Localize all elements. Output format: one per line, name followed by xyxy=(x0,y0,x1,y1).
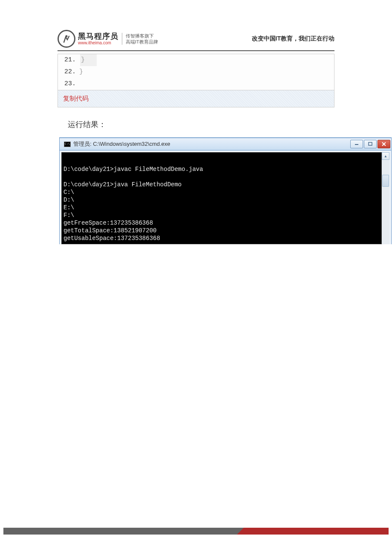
line-content: } xyxy=(80,54,97,66)
line-number: 23. xyxy=(58,78,79,90)
cmd-title: 管理员: C:\Windows\system32\cmd.exe xyxy=(73,140,170,148)
line-number: 21. xyxy=(58,54,79,66)
svg-point-0 xyxy=(66,35,68,38)
logo-main-text: 黑马程序员 xyxy=(78,32,118,41)
footer-bar xyxy=(3,528,389,535)
logo-slogan: 传智播客旗下 高端IT教育品牌 xyxy=(126,33,158,45)
line-number: 22. xyxy=(58,66,79,78)
scrollbar[interactable]: ▲ xyxy=(382,152,389,244)
header-tagline: 改变中国IT教育，我们正在行动 xyxy=(252,35,334,43)
copy-code-button[interactable]: 复制代码 xyxy=(58,90,334,107)
logo-area: 黑马程序员 www.itheima.com 传智播客旗下 高端IT教育品牌 xyxy=(58,30,158,48)
slogan-line2: 高端IT教育品牌 xyxy=(126,39,158,45)
cmd-output: D:\code\day21>javac FileMethodDemo.java … xyxy=(61,152,382,244)
code-line: 22. } xyxy=(58,66,334,78)
logo-sub-text: www.itheima.com xyxy=(78,40,118,45)
maximize-button[interactable] xyxy=(364,140,377,148)
result-label: 运行结果： xyxy=(68,119,334,130)
cmd-window: C:\ 管理员: C:\Windows\system32\cmd.exe D:\… xyxy=(59,137,392,244)
close-button[interactable] xyxy=(378,140,390,148)
svg-rect-2 xyxy=(369,142,372,145)
cmd-icon: C:\ xyxy=(64,142,71,147)
logo-divider xyxy=(122,33,122,45)
scroll-track[interactable] xyxy=(382,160,389,244)
code-line: 21. } xyxy=(58,54,334,66)
page-header: 黑马程序员 www.itheima.com 传智播客旗下 高端IT教育品牌 改变… xyxy=(58,30,334,51)
footer-accent xyxy=(244,528,389,535)
cmd-titlebar: C:\ 管理员: C:\Windows\system32\cmd.exe xyxy=(59,138,392,150)
logo-icon xyxy=(58,30,75,48)
code-block: 21. } 22. } 23. xyxy=(58,54,334,90)
minimize-button[interactable] xyxy=(350,140,363,148)
scroll-thumb[interactable] xyxy=(382,175,389,187)
scroll-up-button[interactable]: ▲ xyxy=(382,152,389,160)
line-content: } xyxy=(79,66,83,78)
slogan-line1: 传智播客旗下 xyxy=(126,33,158,39)
code-line: 23. xyxy=(58,78,334,90)
